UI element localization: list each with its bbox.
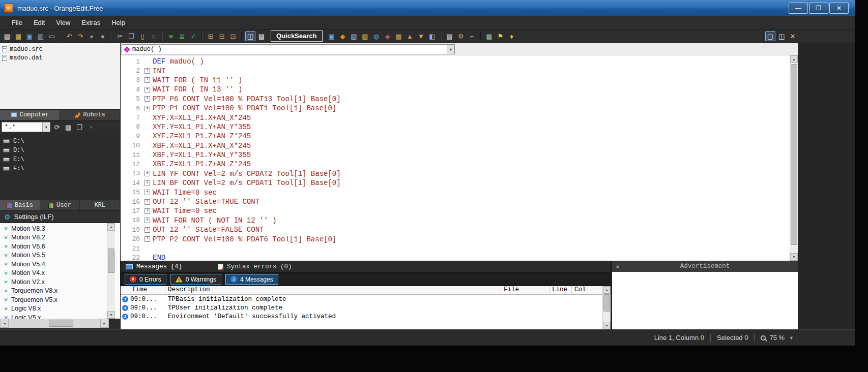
- code-line-14[interactable]: 14+LIN BF CONT Vel=2 m/s CPDAT1 Tool[1] …: [121, 178, 798, 188]
- detail-view-icon[interactable]: ▤: [256, 31, 267, 41]
- package-tool-icon[interactable]: ▧: [349, 31, 359, 41]
- code-line-18[interactable]: 18+WAIT FOR NOT ( NOT IN 12 '' ): [121, 216, 798, 225]
- tree-item-motion-v5-4[interactable]: >Motion V5.4: [3, 260, 120, 269]
- file-item[interactable]: maduo.dat: [2, 53, 118, 62]
- tree-item-motion-v8-2[interactable]: >Motion V8.2: [3, 233, 120, 242]
- print-icon[interactable]: ▭: [47, 31, 57, 41]
- column-header-time[interactable]: Time: [121, 286, 165, 294]
- tree-vertical-scrollbar[interactable]: [107, 223, 115, 319]
- tab-messages-4[interactable]: Messages (4): [126, 263, 182, 270]
- fold-toggle-icon[interactable]: +: [144, 77, 150, 83]
- code-line-4[interactable]: 4+WAIT FOR ( IN 13 '' ): [121, 85, 798, 94]
- code-line-21[interactable]: 21: [121, 244, 798, 253]
- filter-error-button[interactable]: ✕0 Errors: [125, 274, 166, 285]
- modules-tool-icon[interactable]: ▦: [484, 31, 495, 41]
- menu-item-help[interactable]: Help: [106, 17, 131, 28]
- fold-toggle-icon[interactable]: +: [144, 199, 150, 205]
- filter-info-button[interactable]: i4 Messages: [225, 274, 278, 285]
- fold-toggle-icon[interactable]: +: [144, 68, 150, 74]
- code-line-5[interactable]: 5+PTP P6 CONT Vel=100 % PDAT13 Tool[1] B…: [121, 95, 798, 104]
- fold-toggle-icon[interactable]: +: [144, 171, 150, 176]
- layout-single-icon[interactable]: ▢: [765, 31, 775, 41]
- fold-toggle-icon[interactable]: +: [144, 227, 150, 233]
- trophy-tool-icon[interactable]: ♦: [507, 31, 517, 41]
- save-icon[interactable]: ▣: [24, 31, 35, 41]
- fold-toggle-icon[interactable]: +: [144, 180, 150, 186]
- scroll-up-icon[interactable]: [790, 55, 798, 63]
- close-button[interactable]: ✕: [829, 3, 849, 14]
- close-icon[interactable]: [612, 263, 623, 270]
- tree-item-motion-v4-x[interactable]: >Motion V4.x: [3, 269, 120, 278]
- fold-toggle-icon[interactable]: +: [144, 96, 150, 102]
- sidebar-horizontal-scrollbar[interactable]: [0, 319, 109, 328]
- gears-tool-icon[interactable]: ⚙: [456, 31, 466, 41]
- tab-syntax-errors-0[interactable]: Syntax errors (0): [218, 263, 292, 270]
- code-line-9[interactable]: 9XYF.Z=XL1_P1.Z+AN_Z*245: [121, 132, 798, 141]
- maximize-button[interactable]: ❐: [809, 3, 828, 14]
- file-item[interactable]: maduo.src: [2, 45, 118, 53]
- column-header-col[interactable]: Col: [572, 286, 603, 294]
- paste-icon[interactable]: ▯: [137, 31, 148, 41]
- scroll-right-icon[interactable]: [100, 319, 109, 328]
- fold-all-icon[interactable]: ⊡: [228, 31, 238, 41]
- tab-krl[interactable]: KRL: [80, 200, 120, 210]
- column-header-description[interactable]: Description: [165, 286, 501, 294]
- code-line-1[interactable]: 1DEF maduo( ): [121, 57, 798, 66]
- fold-toggle-icon[interactable]: +: [144, 236, 150, 242]
- code-line-15[interactable]: 15+WAIT Time=0 sec: [121, 188, 798, 197]
- tree-item-motion-v2-x[interactable]: >Motion V2.x: [3, 277, 120, 287]
- fold-toggle-icon[interactable]: +: [144, 218, 150, 223]
- tree-item-motion-v8-3[interactable]: >Motion V8.3: [3, 224, 120, 233]
- forward-circle-icon[interactable]: ●: [98, 31, 108, 41]
- code-line-8[interactable]: 8XYF.Y=XL1_P1.Y+AN_Y*355: [121, 122, 798, 132]
- tree-item-motion-v5-6[interactable]: >Motion V5.6: [3, 242, 120, 251]
- column-header-file[interactable]: File: [501, 286, 549, 294]
- tree-item-torquemon-v8-x[interactable]: >Torquemon V8.x: [3, 287, 120, 296]
- archive-tool-icon[interactable]: ▩: [394, 31, 404, 41]
- code-line-2[interactable]: 2+INI: [121, 66, 798, 75]
- message-row[interactable]: i09:0...Environment 'Default' successful…: [121, 312, 603, 321]
- minimize-button[interactable]: —: [789, 3, 808, 14]
- undo-icon[interactable]: ↶: [64, 31, 74, 41]
- fold-toggle-icon[interactable]: +: [144, 190, 150, 195]
- drive-item[interactable]: C:\: [3, 137, 117, 146]
- tree-item-logic-v5-x[interactable]: >Logic V5.x: [3, 313, 120, 319]
- tab-basis[interactable]: Basis: [0, 200, 40, 210]
- file-filter-combo[interactable]: *.*: [2, 122, 50, 132]
- drive-item[interactable]: E:\: [3, 155, 117, 164]
- zoom-level[interactable]: 75 %: [769, 334, 785, 342]
- chevron-down-icon[interactable]: [42, 122, 50, 132]
- fold-toggle-icon[interactable]: +: [144, 208, 150, 214]
- column-header-line[interactable]: Line: [549, 286, 572, 294]
- chevron-down-icon[interactable]: [447, 45, 454, 54]
- menu-item-file[interactable]: File: [6, 17, 28, 28]
- menu-item-extras[interactable]: Extras: [76, 17, 106, 28]
- code-line-10[interactable]: 10XBF.X=XL1_P1.X+AN_X*245: [121, 141, 798, 150]
- goto-line-icon[interactable]: ≡: [166, 31, 176, 41]
- folder-icon[interactable]: ▦: [63, 122, 73, 132]
- flag-tool-icon[interactable]: ⚑: [496, 31, 506, 41]
- code-line-16[interactable]: 16+OUT 12 '' State=TRUE CONT: [121, 197, 798, 206]
- fold-toggle-icon[interactable]: +: [144, 87, 150, 92]
- layout-split-icon[interactable]: ◫: [776, 31, 787, 41]
- scroll-down-icon[interactable]: [107, 311, 115, 319]
- wrench-tool-icon[interactable]: ⌐: [467, 31, 477, 41]
- back-circle-icon[interactable]: ●: [86, 31, 97, 41]
- fold-collapse-icon[interactable]: ⊟: [217, 31, 227, 41]
- scrollbar-thumb[interactable]: [49, 320, 73, 327]
- save-all-icon[interactable]: ▥: [36, 31, 46, 41]
- code-line-6[interactable]: 6+PTP P1 CONT Vel=100 % PDAT1 Tool[1] Ba…: [121, 104, 798, 113]
- scrollbar-thumb[interactable]: [603, 294, 610, 312]
- code-line-19[interactable]: 19+OUT 12 '' State=FALSE CONT: [121, 225, 798, 234]
- tab-computer[interactable]: Computer: [0, 110, 60, 120]
- tree-item-torquemon-v5-x[interactable]: >Torquemon V5.x: [3, 295, 120, 304]
- open-folder-icon[interactable]: ▦: [13, 31, 23, 41]
- message-row[interactable]: i09:0...TPUser initialization complete: [121, 303, 603, 312]
- zoom-dropdown-icon[interactable]: [789, 335, 794, 340]
- redo-icon[interactable]: ↷: [75, 31, 85, 41]
- code-line-7[interactable]: 7XYF.X=XL1_P1.X+AN_X*245: [121, 113, 798, 122]
- copy-icon[interactable]: ❐: [126, 31, 136, 41]
- syntax-check-icon[interactable]: ✓: [188, 31, 198, 41]
- history-icon[interactable]: ◔: [85, 122, 96, 132]
- title-bar[interactable]: maduo.src - OrangeEdit.Free —❐✕: [0, 0, 855, 16]
